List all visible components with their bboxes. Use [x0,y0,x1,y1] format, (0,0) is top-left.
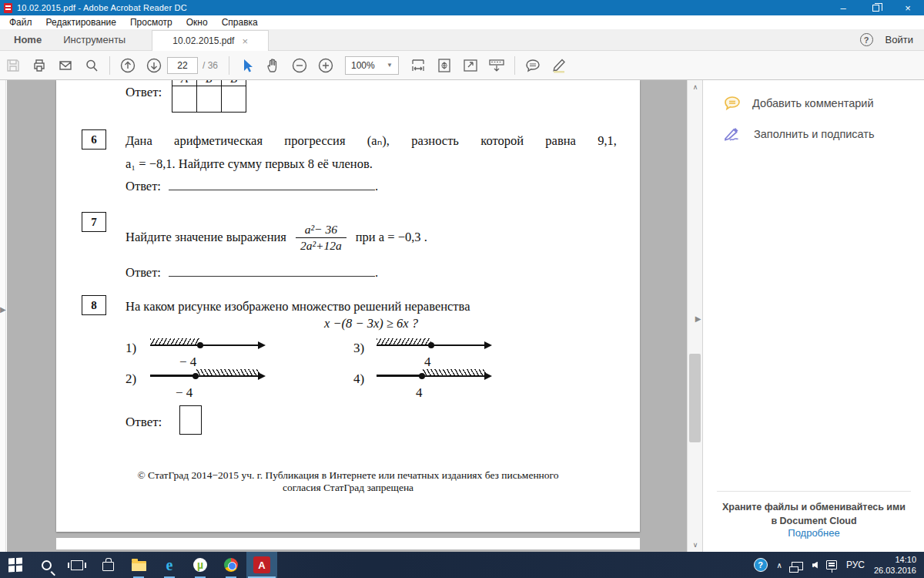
fullscreen-button[interactable] [457,54,484,77]
language-indicator[interactable]: РУС [846,560,865,570]
acrobat-app-icon [4,3,12,13]
window-titlebar: 10.02.2015.pdf - Adobe Acrobat Reader DC… [0,0,924,15]
scroll-up-icon[interactable]: ∧ [688,83,703,91]
acrobat-button[interactable]: A [246,552,277,578]
zoom-level-select[interactable]: 100% ▼ [345,56,399,75]
left-pane-expand-icon[interactable]: ▶ [0,305,6,314]
page-up-icon [119,57,136,74]
scroll-down-icon[interactable]: ∨ [688,541,703,549]
start-button[interactable] [0,552,31,578]
tray-chevron-up-icon[interactable]: ∧ [777,561,782,570]
menu-view[interactable]: Просмотр [130,17,172,28]
panel-arrow-icon: ▶ [695,314,701,323]
option-4-numberline [377,366,492,383]
email-icon [58,58,73,73]
save-button[interactable] [0,54,26,77]
arrow-right-icon [484,372,492,380]
hatch-left [377,338,431,344]
help-icon[interactable]: ? [860,33,873,46]
comment-button[interactable] [520,54,546,77]
windows-logo-icon [8,558,22,572]
pdf-next-page [56,538,640,549]
answer-blank-line [169,180,375,190]
cursor-icon [239,58,255,73]
tab-close-icon[interactable]: × [242,35,248,47]
fit-page-button[interactable] [431,54,457,77]
problem-8-number: 8 [82,295,106,315]
window-title: 10.02.2015.pdf - Adobe Acrobat Reader DC [17,3,187,12]
comment-bubble-icon [723,94,742,113]
answer-period: . [375,265,378,280]
menu-file[interactable]: Файл [9,17,32,28]
page-down-icon [146,57,162,74]
tool-add-comment[interactable]: Добавить комментарий [723,94,874,113]
highlight-button[interactable] [546,54,572,77]
answer-table-cell [172,86,197,112]
next-page-button[interactable] [141,54,167,77]
signin-button[interactable]: Войти [886,34,913,45]
menu-help[interactable]: Справка [222,17,258,28]
restore-button[interactable] [859,0,892,15]
network-icon[interactable] [792,562,803,570]
edge-button[interactable]: e [154,552,185,578]
answer-table-header: А [172,80,197,86]
tab-home[interactable]: Home [3,29,52,50]
option-2-label: 2) [126,371,136,387]
zoom-out-button[interactable] [286,54,313,77]
hand-tool-button[interactable] [260,54,286,77]
chrome-button[interactable] [216,552,246,578]
left-pane-strip[interactable]: ▶ [0,80,6,552]
answer-table-header: Б [197,80,222,86]
fit-width-button[interactable] [405,54,431,77]
search-icon [42,560,52,570]
utorrent-button[interactable]: µ [185,552,216,578]
tool-fill-sign[interactable]: Заполнить и подписать [723,125,875,143]
problem-7-number: 7 [82,212,106,232]
file-explorer-button[interactable] [123,552,154,578]
zoom-out-icon [291,57,308,74]
tools-panel-collapse-handle[interactable]: ▶ [694,308,702,328]
page-number-input[interactable]: 22 [167,57,198,74]
taskbar-search-button[interactable] [31,552,62,578]
menu-edit[interactable]: Редактирование [46,17,116,28]
toolbar-separator [229,56,229,75]
action-center-icon[interactable] [826,560,837,570]
scrollbar-thumb[interactable] [689,354,701,442]
store-button[interactable] [92,552,123,578]
tab-bar: Home Инструменты 10.02.2015.pdf × ? Войт… [0,29,924,51]
comment-bubble-icon [524,57,541,74]
minimize-button[interactable]: – [827,0,859,15]
problem-6-line2: a₁ = −8,1. Найдите сумму первых 8 её чле… [126,154,617,174]
menu-bar: Файл Редактирование Просмотр Окно Справк… [0,15,924,29]
option-1-label: 1) [126,341,136,356]
learn-more-link[interactable]: Подробнее [721,527,906,539]
zoom-in-icon [317,57,334,74]
select-tool-button[interactable] [234,54,260,77]
page-footer: © СтатГрад 2014−2015 уч. г. Публикация в… [117,469,579,494]
tab-tools[interactable]: Инструменты [52,29,136,50]
line-rail [150,344,261,346]
toolbar-separator [514,56,515,75]
close-button[interactable]: × [892,0,924,15]
print-button[interactable] [26,54,52,77]
answer-label: Ответ: [126,179,161,193]
previous-page-button[interactable] [115,54,141,77]
tray-help-icon[interactable]: ? [754,558,768,572]
problem-7-suffix: при a = −0,3 . [356,230,427,245]
problem-6-line1: Дана арифметическая прогрессия (aₙ), раз… [126,131,617,151]
tab-document[interactable]: 10.02.2015.pdf × [152,30,269,52]
hatch-right [196,369,260,375]
task-view-button[interactable] [62,552,92,578]
edge-icon: e [166,557,173,573]
volume-button[interactable]: ⠔ [812,560,817,570]
hand-icon [266,58,281,73]
menu-window[interactable]: Окно [186,17,208,28]
clock[interactable]: 14:10 26.03.2016 [874,554,916,576]
email-button[interactable] [52,54,79,77]
toolbar: 22 / 36 100% ▼ [0,51,924,80]
search-button[interactable] [79,54,105,77]
fill-sign-pen-icon [723,125,743,143]
scroll-mode-button[interactable] [484,54,510,77]
problem-8-formula: x −(8 − 3x) ≥ 6x ? [126,316,617,331]
zoom-in-button[interactable] [313,54,339,77]
